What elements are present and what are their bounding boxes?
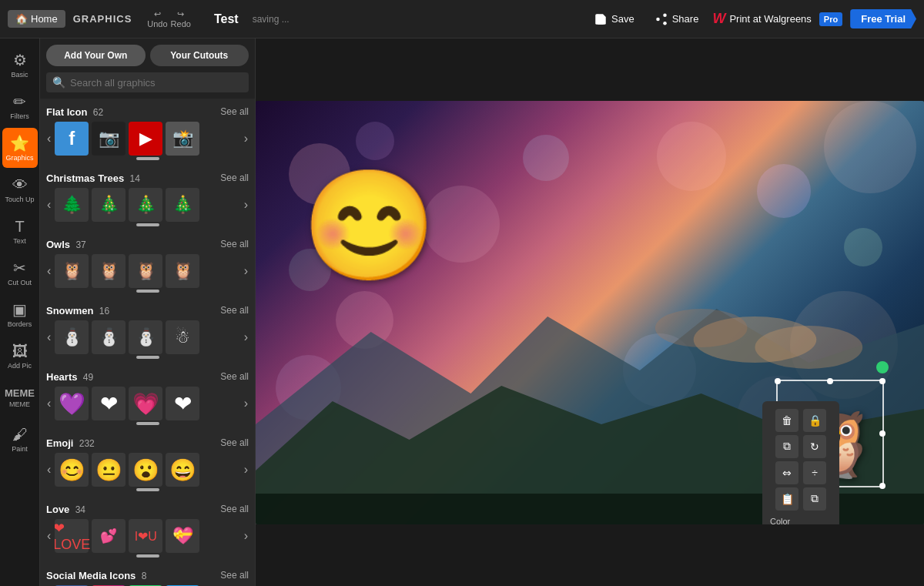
sidebar-item-add-pic[interactable]: 🖼 Add Pic xyxy=(2,336,38,376)
snowmen-next[interactable]: › xyxy=(242,329,250,346)
list-item[interactable]: 😊 xyxy=(55,453,89,487)
list-item[interactable]: ⛄ xyxy=(92,320,126,354)
canvas-area: 😊 🦉 xyxy=(256,39,924,586)
list-item[interactable]: 🦉 xyxy=(55,254,89,288)
love-next[interactable]: › xyxy=(242,527,250,544)
lock-button[interactable]: 🔒 xyxy=(803,409,826,432)
list-item[interactable]: ▶ xyxy=(129,122,162,156)
christmas-items-row: ‹ 🌲 🎄 🎄 🎄 › xyxy=(45,188,250,222)
sidebar-item-borders[interactable]: ▣ Borders xyxy=(2,294,38,334)
emoji-scroll-indicator xyxy=(45,487,250,493)
svg-point-0 xyxy=(663,13,667,17)
list-item[interactable]: 😄 xyxy=(166,453,199,487)
category-love-count: 34 xyxy=(72,504,85,515)
list-item[interactable]: I❤U xyxy=(129,519,162,553)
list-item[interactable]: 🦉 xyxy=(129,254,162,288)
list-item[interactable]: ❤LOVE xyxy=(55,519,89,553)
delete-button[interactable]: 🗑 xyxy=(775,409,798,432)
save-button[interactable]: Save xyxy=(588,9,641,29)
list-item[interactable]: 🎄 xyxy=(92,188,126,222)
layers-button[interactable]: ⧉ xyxy=(803,487,826,511)
christmas-items: 🌲 🎄 🎄 🎄 xyxy=(55,188,239,222)
list-item[interactable]: 📸 xyxy=(166,122,199,156)
sidebar-item-touch-up[interactable]: 👁 Touch Up xyxy=(2,169,38,209)
category-owls-header: Owls 37 See all xyxy=(45,234,250,254)
home-button[interactable]: 🏠 Home xyxy=(8,10,65,28)
snowmen-prev[interactable]: ‹ xyxy=(45,329,53,346)
project-name[interactable]: Test xyxy=(214,12,239,26)
cut-out-label: Cut Out xyxy=(8,279,32,286)
graphics-icon: ⭐ xyxy=(10,134,29,152)
copy-button[interactable]: 📋 xyxy=(775,487,798,511)
emoji-next[interactable]: › xyxy=(242,461,250,478)
rotate-button[interactable]: ↻ xyxy=(803,435,826,458)
canvas-emoji-smiley[interactable]: 😊 xyxy=(302,162,437,290)
love-prev[interactable]: ‹ xyxy=(45,527,53,544)
christmas-next[interactable]: › xyxy=(242,196,250,213)
graphics-panel: Add Your Own Your Cutouts 🔍 Flat Icon 62… xyxy=(40,39,256,586)
list-item[interactable]: 😮 xyxy=(129,453,162,487)
list-item[interactable]: 🎄 xyxy=(129,188,162,222)
sidebar-item-text[interactable]: T Text xyxy=(2,211,38,251)
list-item[interactable]: 📷 xyxy=(92,122,126,156)
hearts-see-all[interactable]: See all xyxy=(220,371,249,382)
christmas-see-all[interactable]: See all xyxy=(220,172,249,183)
search-input[interactable] xyxy=(70,77,243,89)
owls-see-all[interactable]: See all xyxy=(220,239,249,249)
sidebar-item-basic[interactable]: ⚙ Basic xyxy=(2,45,38,85)
flat-icon-scroll-indicator xyxy=(45,156,250,162)
free-trial-button[interactable]: Free Trial xyxy=(850,9,916,28)
category-social-media: Social Media Icons 8 See all ‹ f 📷 💬 🐦 › xyxy=(45,565,250,586)
graphics-label: Graphics xyxy=(5,154,33,162)
owls-items-row: ‹ 🦉 🦉 🦉 🦉 › xyxy=(45,254,250,288)
list-item[interactable]: ⛄ xyxy=(55,320,89,354)
list-item[interactable]: 🦉 xyxy=(166,254,199,288)
list-item[interactable]: ❤ xyxy=(166,387,199,420)
list-item[interactable]: 💗 xyxy=(129,387,162,420)
owls-next[interactable]: › xyxy=(242,263,250,280)
christmas-prev[interactable]: ‹ xyxy=(45,196,53,213)
sidebar-item-paint[interactable]: 🖌 Paint xyxy=(2,419,38,459)
your-cutouts-button[interactable]: Your Cutouts xyxy=(150,45,249,66)
split-button[interactable]: ÷ xyxy=(803,461,826,484)
sidebar-item-cut-out[interactable]: ✂ Cut Out xyxy=(2,253,38,293)
flat-icon-next[interactable]: › xyxy=(242,130,250,147)
hearts-prev[interactable]: ‹ xyxy=(45,395,53,412)
list-item[interactable]: 🌲 xyxy=(55,188,89,222)
emoji-see-all[interactable]: See all xyxy=(220,437,249,448)
list-item[interactable]: ❤ xyxy=(92,387,126,420)
undo-button[interactable]: ↩ Undo xyxy=(147,9,167,28)
love-scroll-indicator xyxy=(45,553,250,559)
flat-icon-see-all[interactable]: See all xyxy=(220,106,249,117)
share-button[interactable]: Share xyxy=(648,9,705,29)
list-item[interactable]: f xyxy=(55,122,89,156)
sidebar-item-filters[interactable]: ✏ Filters xyxy=(2,86,38,126)
emoji-prev[interactable]: ‹ xyxy=(45,461,53,478)
duplicate-button[interactable]: ⧉ xyxy=(775,435,798,458)
list-item[interactable]: ☃ xyxy=(166,320,199,354)
snowmen-see-all[interactable]: See all xyxy=(220,305,249,316)
redo-button[interactable]: ↪ Redo xyxy=(171,9,191,28)
category-christmas-count: 14 xyxy=(127,173,140,184)
social-see-all[interactable]: See all xyxy=(220,570,249,581)
list-item[interactable]: 💜 xyxy=(55,387,89,420)
sidebar-item-graphics[interactable]: ⭐ Graphics xyxy=(2,128,38,168)
list-item[interactable]: 🦉 xyxy=(92,254,126,288)
hearts-scroll-indicator xyxy=(45,420,250,427)
panel-content: Flat Icon 62 See all ‹ f 📷 ▶ 📸 › xyxy=(40,99,255,586)
list-item[interactable]: 🎄 xyxy=(166,188,199,222)
sidebar-item-meme[interactable]: MEME MEME xyxy=(2,377,38,417)
category-owls: Owls 37 See all ‹ 🦉 🦉 🦉 🦉 › xyxy=(45,234,250,294)
list-item[interactable]: 💕 xyxy=(92,519,126,553)
owls-prev[interactable]: ‹ xyxy=(45,263,53,280)
walgreens-print-button[interactable]: W Print at Walgreens xyxy=(712,11,811,27)
list-item[interactable]: 💝 xyxy=(166,519,199,553)
flip-h-button[interactable]: ⇔ xyxy=(775,461,798,484)
hearts-next[interactable]: › xyxy=(242,395,250,412)
flat-icon-prev[interactable]: ‹ xyxy=(45,130,53,147)
list-item[interactable]: 😐 xyxy=(92,453,126,487)
basic-label: Basic xyxy=(11,71,28,79)
list-item[interactable]: ⛄ xyxy=(129,320,162,354)
love-see-all[interactable]: See all xyxy=(220,504,249,514)
add-your-own-button[interactable]: Add Your Own xyxy=(46,45,146,66)
